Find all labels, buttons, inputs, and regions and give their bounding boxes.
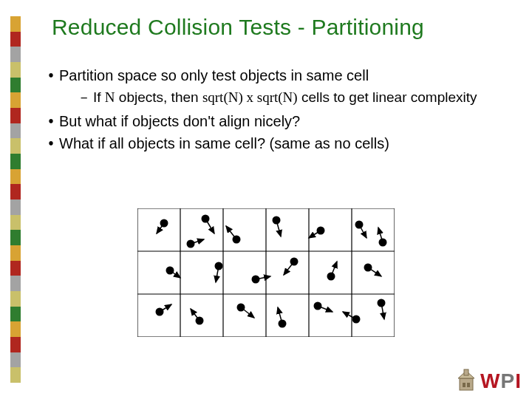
wpi-logo: WPI bbox=[455, 368, 522, 393]
bullet-icon: • bbox=[43, 112, 59, 129]
dash-icon: – bbox=[80, 89, 93, 106]
svg-line-34 bbox=[284, 262, 294, 275]
svg-line-42 bbox=[191, 309, 200, 321]
svg-line-14 bbox=[205, 219, 214, 233]
decorative-left-stripe bbox=[10, 16, 21, 383]
wpi-crest-icon bbox=[455, 368, 477, 393]
bullet-2-text: But what if objects don't align nicely? bbox=[59, 112, 501, 132]
slide-title: Reduced Collision Tests - Partitioning bbox=[52, 15, 424, 40]
svg-line-44 bbox=[241, 307, 254, 318]
bullet-icon: • bbox=[43, 134, 59, 151]
svg-line-40 bbox=[160, 304, 171, 312]
wpi-logo-text: WPI bbox=[480, 369, 522, 393]
bullet-3-text: What if all objects in same cell? (same … bbox=[59, 134, 501, 154]
svg-line-18 bbox=[226, 226, 236, 239]
bullet-1-text: Partition space so only test objects in … bbox=[59, 66, 501, 86]
bullet-1-sub-text: If N objects, then sqrt(N) x sqrt(N) cel… bbox=[93, 89, 501, 106]
bullet-1: • Partition space so only test objects i… bbox=[43, 66, 501, 86]
bullet-3: • What if all objects in same cell? (sam… bbox=[43, 134, 501, 154]
svg-line-24 bbox=[359, 225, 366, 238]
svg-rect-56 bbox=[463, 383, 466, 387]
slide-body: • Partition space so only test objects i… bbox=[43, 66, 501, 156]
svg-rect-53 bbox=[460, 378, 473, 390]
bullet-icon: • bbox=[43, 66, 59, 83]
svg-rect-55 bbox=[464, 369, 468, 375]
svg-line-50 bbox=[343, 312, 356, 319]
svg-rect-57 bbox=[467, 383, 470, 387]
svg-line-38 bbox=[368, 267, 381, 276]
partition-grid-diagram bbox=[137, 208, 395, 337]
svg-line-22 bbox=[309, 231, 321, 238]
bullet-1-sub: – If N objects, then sqrt(N) x sqrt(N) c… bbox=[80, 89, 501, 106]
bullet-2: • But what if objects don't align nicely… bbox=[43, 112, 501, 132]
